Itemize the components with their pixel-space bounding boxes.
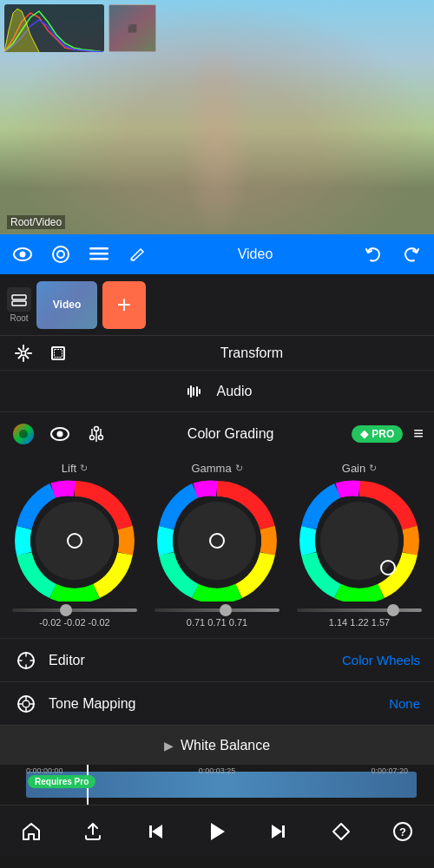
- svg-point-13: [19, 430, 28, 438]
- svg-point-17: [90, 435, 95, 439]
- svg-point-25: [178, 502, 256, 580]
- pro-label: PRO: [372, 428, 394, 440]
- timeline-root-item[interactable]: Root: [7, 287, 31, 323]
- gamma-slider[interactable]: [155, 608, 279, 612]
- svg-point-23: [36, 502, 114, 580]
- add-clip-button[interactable]: +: [102, 281, 146, 329]
- lift-label: Lift: [62, 462, 76, 475]
- color-grading-header: Color Grading ◆ PRO ≡: [0, 411, 434, 455]
- tone-mapping-label: Tone Mapping: [49, 696, 389, 712]
- video-root-label: Root/Video: [7, 215, 65, 229]
- svg-point-3: [57, 251, 64, 258]
- timestamp-end: 0:00:07:20: [371, 766, 408, 775]
- tone-mapping-icon: [14, 692, 38, 716]
- gain-slider[interactable]: [297, 608, 422, 612]
- svg-rect-11: [55, 349, 62, 357]
- home-nav-button[interactable]: [12, 812, 50, 851]
- layers-icon: [7, 287, 31, 312]
- lift-color-wheel[interactable]: [14, 480, 135, 602]
- timeline-strip: Root Video +: [0, 274, 434, 335]
- video-chip-label: Video: [53, 299, 81, 311]
- top-toolbar: Video: [0, 234, 434, 274]
- tone-mapping-row[interactable]: Tone Mapping None: [0, 681, 434, 725]
- redo-icon[interactable]: [399, 242, 424, 266]
- white-balance-row[interactable]: ▶ White Balance: [0, 725, 434, 765]
- audio-row[interactable]: Audio: [0, 370, 434, 411]
- lift-slider[interactable]: [12, 608, 137, 612]
- gain-color-wheel[interactable]: [299, 480, 420, 602]
- prev-frame-button[interactable]: [136, 812, 174, 851]
- svg-point-1: [20, 252, 26, 258]
- svg-marker-35: [272, 825, 282, 838]
- eye-icon[interactable]: [10, 242, 35, 266]
- gamma-label: Gamma: [191, 462, 231, 475]
- audio-icon: [182, 379, 207, 404]
- svg-marker-31: [149, 825, 152, 838]
- lift-refresh-icon[interactable]: ↻: [80, 463, 88, 474]
- svg-text:?: ?: [399, 825, 406, 838]
- help-button[interactable]: ?: [384, 812, 422, 851]
- gain-wheel-container: Gain ↻: [290, 462, 429, 628]
- cg-title: Color Grading: [120, 426, 341, 442]
- svg-marker-34: [282, 825, 285, 838]
- svg-rect-7: [12, 301, 26, 306]
- editor-label: Editor: [49, 653, 342, 668]
- svg-rect-4: [89, 247, 108, 250]
- audio-label: Audio: [217, 384, 253, 399]
- video-preview: ⬛ Root/Video: [0, 0, 434, 234]
- toolbar-title: Video: [163, 247, 347, 262]
- tone-mapping-value: None: [389, 696, 420, 711]
- move-icon[interactable]: [10, 340, 36, 366]
- gain-label: Gain: [342, 462, 365, 475]
- svg-rect-5: [89, 253, 108, 255]
- svg-point-2: [53, 247, 69, 262]
- color-wheel-icon[interactable]: [10, 421, 36, 447]
- timeline-bottom: Requires Pro 0:00:00:00 0:00:03:25 0:00:…: [0, 765, 434, 805]
- gain-refresh-icon[interactable]: ↻: [369, 463, 377, 474]
- video-thumbnail: ⬛: [108, 4, 156, 52]
- gamma-refresh-icon[interactable]: ↻: [235, 463, 243, 474]
- play-button[interactable]: [198, 812, 236, 851]
- white-balance-label: White Balance: [181, 738, 270, 753]
- transform-label: Transform: [80, 345, 424, 361]
- edit-icon[interactable]: [125, 242, 149, 266]
- svg-rect-8: [12, 295, 26, 299]
- editor-row[interactable]: Editor Color Wheels: [0, 638, 434, 681]
- next-frame-button[interactable]: [260, 812, 298, 851]
- diamond-nav-button[interactable]: [322, 812, 360, 851]
- pro-badge[interactable]: ◆ PRO: [352, 425, 403, 443]
- timestamp-start: 0:00:00:00: [26, 766, 63, 775]
- cg-eye-icon[interactable]: [47, 421, 73, 447]
- editor-row-icon: [14, 648, 38, 673]
- cg-adjust-icon[interactable]: [83, 421, 109, 447]
- gain-values: 1.14 1.22 1.57: [329, 617, 390, 628]
- svg-point-18: [99, 435, 103, 439]
- gamma-values: 0.71 0.71 0.71: [187, 617, 247, 628]
- chevron-right-icon: ▶: [164, 739, 174, 753]
- root-label: Root: [10, 313, 28, 323]
- share-nav-button[interactable]: [74, 812, 112, 851]
- color-wheels-section: Lift ↻: [0, 455, 434, 638]
- svg-point-30: [23, 700, 30, 707]
- svg-marker-33: [211, 823, 225, 840]
- svg-point-15: [57, 431, 63, 437]
- gamma-color-wheel[interactable]: [156, 480, 278, 602]
- more-menu-icon[interactable]: ≡: [413, 424, 424, 444]
- requires-pro-badge: Requires Pro: [28, 775, 95, 788]
- svg-point-9: [22, 351, 26, 355]
- histogram-overlay: [4, 4, 104, 52]
- circle-icon[interactable]: [49, 242, 73, 266]
- svg-point-27: [320, 502, 398, 580]
- svg-rect-6: [89, 258, 108, 260]
- editor-value: Color Wheels: [342, 653, 420, 667]
- menu-icon[interactable]: [87, 242, 111, 266]
- video-clip-chip[interactable]: Video: [36, 281, 97, 329]
- timestamp-mid: 0:00:03:25: [199, 766, 236, 775]
- undo-icon[interactable]: [361, 242, 385, 266]
- bottom-nav: ?: [0, 805, 434, 857]
- diamond-pro-icon: ◆: [360, 428, 368, 440]
- lift-values: -0.02 -0.02 -0.02: [39, 617, 109, 628]
- controls-row: Transform: [0, 335, 434, 370]
- crop-icon[interactable]: [45, 340, 71, 366]
- lift-wheel-container: Lift ↻: [5, 462, 144, 628]
